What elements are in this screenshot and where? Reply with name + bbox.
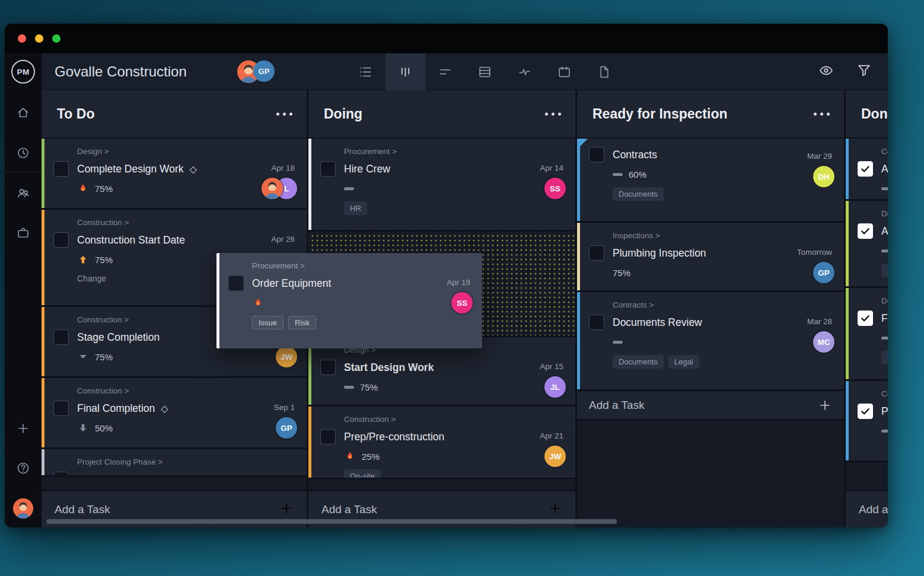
card-body: CoPr	[846, 381, 888, 443]
task-checkbox[interactable]	[53, 232, 69, 248]
assignees: JW	[544, 446, 566, 467]
task-checkbox[interactable]	[320, 429, 336, 444]
minimize-window-button[interactable]	[35, 34, 43, 43]
progress-value: 75%	[360, 382, 378, 392]
add-task-label: Add a Task	[321, 503, 548, 516]
view-tool-activity-view[interactable]	[505, 53, 544, 90]
user-avatar	[13, 498, 33, 519]
view-tool-file-view[interactable]	[584, 53, 624, 90]
view-tool-board-view[interactable]	[385, 53, 425, 90]
task-checkbox[interactable]	[53, 329, 69, 345]
sidebar-item-clock[interactable]	[5, 141, 42, 165]
header-tool-eye[interactable]	[818, 62, 834, 81]
close-window-button[interactable]	[18, 34, 26, 43]
card-accent-strip	[42, 139, 44, 208]
add-task-button[interactable]: Add a Task	[577, 391, 844, 421]
card-body: Procurement >Hire CrewHR	[308, 139, 575, 221]
task-card[interactable]: DeFeD	[846, 288, 888, 381]
tag: Legal	[668, 355, 699, 369]
task-checkbox[interactable]	[858, 223, 873, 239]
task-card[interactable]: CoAv	[846, 139, 888, 201]
task-checkbox[interactable]	[589, 147, 604, 162]
arrow-down-icon	[77, 422, 89, 434]
task-checkbox[interactable]	[53, 161, 69, 177]
card-accent-strip	[42, 210, 44, 305]
check-icon	[860, 313, 871, 324]
view-tool-list-view[interactable]	[346, 53, 385, 90]
sidebar-item-home[interactable]	[5, 101, 42, 124]
assignees: SS	[451, 292, 473, 313]
task-card[interactable]: Construction >Final Completion◇50%Sep 1G…	[42, 378, 307, 449]
zoom-window-button[interactable]	[52, 34, 60, 43]
column-menu-button[interactable]	[275, 109, 294, 119]
dragged-task-card[interactable]: Procurement >Order EquipmentIssueRiskApr…	[216, 253, 482, 348]
task-card[interactable]: Design >Complete Design Work◇75%Apr 18L	[42, 139, 307, 210]
task-breadcrumb[interactable]: Construction >	[77, 218, 297, 227]
sidebar-item-profile[interactable]	[5, 497, 42, 520]
sidebar-item-help[interactable]	[5, 456, 42, 480]
task-breadcrumb[interactable]: Co	[881, 389, 888, 398]
sidebar-item-briefcase[interactable]	[5, 221, 42, 245]
header-tool-filter[interactable]	[856, 62, 872, 81]
progress-value: 75%	[95, 255, 113, 265]
task-card[interactable]: Inspections >Plumbing Inspection75%Tomor…	[577, 223, 844, 292]
task-breadcrumb[interactable]: Design >	[77, 147, 297, 156]
task-checkbox[interactable]	[320, 161, 336, 177]
app-logo-block[interactable]: PM	[5, 53, 42, 90]
task-breadcrumb[interactable]: De	[881, 209, 888, 218]
task-card[interactable]: DeApD	[846, 201, 888, 288]
column-done: DoneCoAvDeApDDeFeDCoPrAdd a Task	[846, 90, 888, 527]
task-checkbox[interactable]	[589, 245, 604, 261]
task-breadcrumb[interactable]: Co	[881, 147, 888, 156]
due-date: Apr 14	[540, 164, 563, 172]
task-progress	[881, 332, 888, 344]
card-body: CoAv	[846, 139, 888, 200]
card-body: Procurement >Order EquipmentIssueRisk	[216, 253, 482, 335]
task-title-row: Contracts	[589, 147, 834, 162]
task-breadcrumb[interactable]: Construction >	[344, 415, 566, 424]
task-breadcrumb[interactable]: De	[881, 296, 888, 305]
tag: HR	[344, 201, 367, 215]
task-breadcrumb[interactable]: Inspections >	[613, 231, 834, 240]
view-tool-gantt-view[interactable]	[425, 53, 465, 90]
sidebar-item-team[interactable]	[5, 181, 42, 205]
task-checkbox[interactable]	[589, 315, 604, 330]
task-title-row: Fe	[858, 311, 888, 326]
task-tags: IssueRisk	[252, 316, 473, 329]
task-card[interactable]: Construction >Prep/Pre-construction25%On…	[308, 407, 575, 479]
horizontal-scrollbar[interactable]	[46, 519, 617, 524]
task-checkbox[interactable]	[228, 276, 244, 291]
task-breadcrumb[interactable]: Procurement >	[344, 147, 566, 156]
task-checkbox[interactable]	[858, 404, 873, 419]
task-checkbox[interactable]	[53, 401, 69, 416]
view-tool-calendar-view[interactable]	[544, 53, 584, 90]
progress-dash-icon	[881, 430, 888, 433]
task-card[interactable]: Contracts60%DocumentsMar 29DH	[577, 139, 844, 223]
assignee-avatar: JW	[276, 346, 297, 367]
sidebar-item-plus[interactable]	[5, 417, 42, 440]
assignee-avatar: GP	[813, 262, 834, 283]
task-tags: HR	[344, 201, 566, 215]
task-checkbox[interactable]	[53, 472, 69, 477]
assignees: GP	[813, 262, 834, 283]
task-checkbox[interactable]	[858, 161, 873, 177]
task-checkbox[interactable]	[858, 311, 873, 326]
task-breadcrumb[interactable]: Procurement >	[252, 261, 473, 270]
plus-icon	[548, 501, 562, 518]
task-card[interactable]: Project Closing Phase >◇	[42, 449, 307, 477]
task-breadcrumb[interactable]: Construction >	[77, 386, 297, 395]
add-task-button[interactable]: Add a Task	[846, 489, 888, 527]
column-menu-button[interactable]	[813, 109, 831, 119]
task-card[interactable]: Contracts >Documents ReviewDocumentsLega…	[577, 292, 844, 391]
task-card[interactable]: CoPr	[846, 381, 888, 462]
card-body: DeApD	[846, 201, 888, 283]
task-card[interactable]: Procurement >Hire CrewHRApr 14SS	[308, 139, 575, 232]
task-breadcrumb[interactable]: Contracts >	[613, 300, 834, 309]
task-breadcrumb[interactable]: Project Closing Phase >	[77, 457, 297, 466]
column-title: To Do	[57, 106, 275, 122]
view-tool-table-view[interactable]	[465, 53, 505, 90]
task-checkbox[interactable]	[320, 360, 336, 375]
assignees: GP	[276, 417, 297, 439]
task-progress	[613, 336, 834, 348]
column-menu-button[interactable]	[544, 109, 562, 119]
